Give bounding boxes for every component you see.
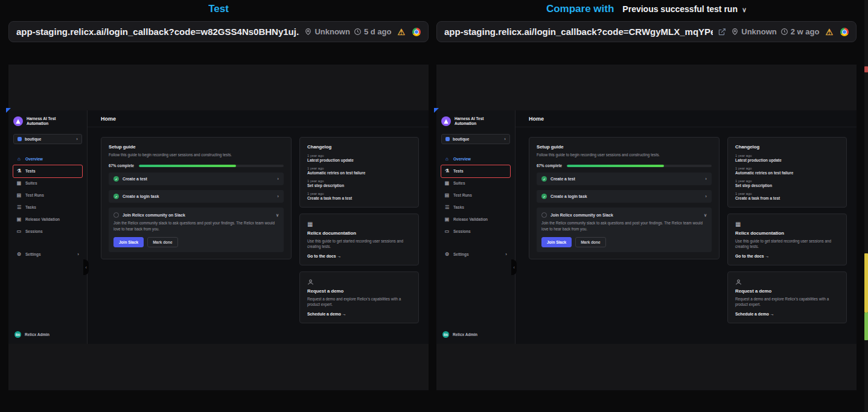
changelog-entry: 1 year ago Latest production update xyxy=(735,154,839,162)
chevron-right-icon: › xyxy=(705,194,707,199)
docs-title: Relicx documentation xyxy=(735,230,839,236)
sidebar-item-settings[interactable]: ⚙ Settings › xyxy=(13,249,82,261)
support-person-icon xyxy=(735,279,839,285)
schedule-demo-link[interactable]: Schedule a demo → xyxy=(307,312,411,316)
join-slack-button[interactable]: Join Slack xyxy=(541,237,572,247)
sidebar-item-test-runs[interactable]: ▤ Test Runs xyxy=(441,189,510,201)
sidebar-item-sessions[interactable]: ▭ Sessions xyxy=(13,226,82,238)
location-label: Unknown xyxy=(741,27,777,36)
screenshot-container-right: Harness AI Test Automation boutique › ⌂ … xyxy=(436,65,857,390)
content-right-column: Changelog 1 year ago Latest production u… xyxy=(727,137,847,323)
sidebar-item-test-runs[interactable]: ▤ Test Runs xyxy=(13,189,82,201)
mark-done-button[interactable]: Mark done xyxy=(147,237,178,247)
checklist-item-create-test[interactable]: ✓ Create a test › xyxy=(537,173,712,185)
docs-description: Use this guide to get started recording … xyxy=(735,238,839,250)
chevron-right-icon: › xyxy=(76,136,78,142)
url-meta: Unknown 2 w ago ⚠ xyxy=(731,27,849,37)
sidebar-item-release-validation[interactable]: ▣ Release Validation xyxy=(441,214,510,226)
docs-title: Relicx documentation xyxy=(307,230,411,236)
grid-icon: ▦ xyxy=(16,180,22,186)
scroll-minimap[interactable] xyxy=(864,0,868,412)
url-text: app-staging.relicx.ai/login_callback?cod… xyxy=(444,27,713,37)
changelog-entry: 1 year ago Set step description xyxy=(735,179,839,188)
docs-card: ▦ Relicx documentation Use this guide to… xyxy=(299,214,419,265)
setup-guide-card: Setup guide Follow this guide to begin r… xyxy=(529,137,720,259)
checklist-item-login-task[interactable]: ✓ Create a login task › xyxy=(109,190,284,203)
slack-item-header[interactable]: Join Relicx community on Slack ∨ xyxy=(541,212,707,218)
go-to-docs-link[interactable]: Go to the docs → xyxy=(307,254,411,258)
checklist-item-create-test[interactable]: ✓ Create a test › xyxy=(109,173,284,185)
app-main: Home Setup guide Follow this guide to be… xyxy=(88,110,429,344)
project-selector[interactable]: boutique › xyxy=(13,134,82,144)
sidebar-item-tasks[interactable]: ☰ Tasks xyxy=(13,201,82,214)
url-bar-left[interactable]: app-staging.relicx.ai/login_callback?cod… xyxy=(8,21,429,42)
slack-item-header[interactable]: Join Relicx community on Slack ∨ xyxy=(113,212,279,218)
home-icon: ⌂ xyxy=(444,156,450,162)
app-screenshot-mount: Harness AI Test Automation boutique › ⌂ … xyxy=(436,110,857,344)
user-footer[interactable]: RA Relicx Admin xyxy=(14,331,49,338)
progress-fill xyxy=(139,165,236,167)
go-to-docs-link[interactable]: Go to the docs → xyxy=(735,254,839,258)
sessions-icon: ▭ xyxy=(444,229,450,234)
age-group: 2 w ago xyxy=(780,27,820,36)
list-icon: ☰ xyxy=(444,204,450,210)
external-link-icon[interactable] xyxy=(718,28,726,36)
app-main: Home Setup guide Follow this guide to be… xyxy=(515,110,857,344)
app-sidebar: Harness AI Test Automation boutique › ⌂ … xyxy=(8,110,88,344)
chrome-browser-icon xyxy=(412,28,421,36)
compare-run-dropdown[interactable]: Previous successful test run ∨ xyxy=(622,4,747,14)
demo-description: Request a demo and explore Relicx's capa… xyxy=(735,296,839,308)
page-title: Home xyxy=(101,116,116,122)
demo-card: Request a demo Request a demo and explor… xyxy=(727,271,847,323)
chevron-right-icon: › xyxy=(277,176,279,182)
age-label: 5 d ago xyxy=(364,27,392,36)
sidebar-item-overview[interactable]: ⌂ Overview xyxy=(13,153,82,165)
checklist-item-login-task[interactable]: ✓ Create a login task › xyxy=(537,190,712,203)
sidebar-item-tests[interactable]: ⚗ Tests xyxy=(13,165,82,177)
mark-done-button[interactable]: Mark done xyxy=(575,237,606,247)
chrome-browser-icon xyxy=(840,28,849,36)
progress-bar xyxy=(567,165,712,167)
app-content: Setup guide Follow this guide to begin r… xyxy=(515,127,857,323)
age-label: 2 w ago xyxy=(791,27,820,36)
schedule-demo-link[interactable]: Schedule a demo → xyxy=(735,312,839,316)
check-circle-icon: ✓ xyxy=(113,194,119,199)
checklist-item-slack: Join Relicx community on Slack ∨ Join th… xyxy=(109,208,284,252)
check-circle-icon: ✓ xyxy=(541,194,547,199)
sidebar-item-overview[interactable]: ⌂ Overview xyxy=(441,153,510,165)
chevron-right-icon: › xyxy=(505,252,507,257)
slack-description: Join the Relicx community slack to ask q… xyxy=(541,220,707,232)
warning-icon: ⚠ xyxy=(825,27,833,37)
page-title: Home xyxy=(529,116,544,122)
sidebar-item-tests[interactable]: ⚗ Tests xyxy=(441,165,510,177)
sidebar-collapse-handle[interactable]: ‹ xyxy=(511,259,517,275)
changelog-entry: 1 year ago Create a task from a test xyxy=(735,192,839,200)
location-pin-icon xyxy=(304,28,312,36)
user-footer[interactable]: RA Relicx Admin xyxy=(442,331,477,338)
docs-card: ▦ Relicx documentation Use this guide to… xyxy=(727,214,847,265)
app-topbar: Home xyxy=(515,110,857,127)
sidebar-item-settings[interactable]: ⚙ Settings › xyxy=(441,249,510,261)
chevron-right-icon: › xyxy=(504,136,506,142)
url-bar-right[interactable]: app-staging.relicx.ai/login_callback?cod… xyxy=(436,21,857,42)
project-selector[interactable]: boutique › xyxy=(441,134,510,144)
sidebar-item-sessions[interactable]: ▭ Sessions xyxy=(441,226,510,238)
grid-icon: ▦ xyxy=(444,180,450,186)
sidebar-item-release-validation[interactable]: ▣ Release Validation xyxy=(13,214,82,226)
content-left-column: Setup guide Follow this guide to begin r… xyxy=(529,137,720,323)
join-slack-button[interactable]: Join Slack xyxy=(113,237,144,247)
project-name: boutique xyxy=(453,137,469,141)
setup-progress: 67% complete xyxy=(109,163,284,168)
project-icon xyxy=(18,137,22,141)
screenshot-container-left: Harness AI Test Automation boutique › ⌂ … xyxy=(8,65,429,390)
sidebar-item-suites[interactable]: ▦ Suites xyxy=(13,177,82,189)
changelog-entry: 1 year ago Set step description xyxy=(307,179,411,188)
harness-logo-icon xyxy=(441,116,451,126)
sidebar-item-tasks[interactable]: ☰ Tasks xyxy=(441,201,510,214)
documentation-icon: ▦ xyxy=(307,221,411,227)
setup-guide-subtitle: Follow this guide to begin recording use… xyxy=(537,152,712,157)
app-sidebar: Harness AI Test Automation boutique › ⌂ … xyxy=(436,110,515,344)
sidebar-item-suites[interactable]: ▦ Suites xyxy=(441,177,510,189)
location-group: Unknown xyxy=(731,27,777,36)
sidebar-collapse-handle[interactable]: ‹ xyxy=(83,259,89,275)
